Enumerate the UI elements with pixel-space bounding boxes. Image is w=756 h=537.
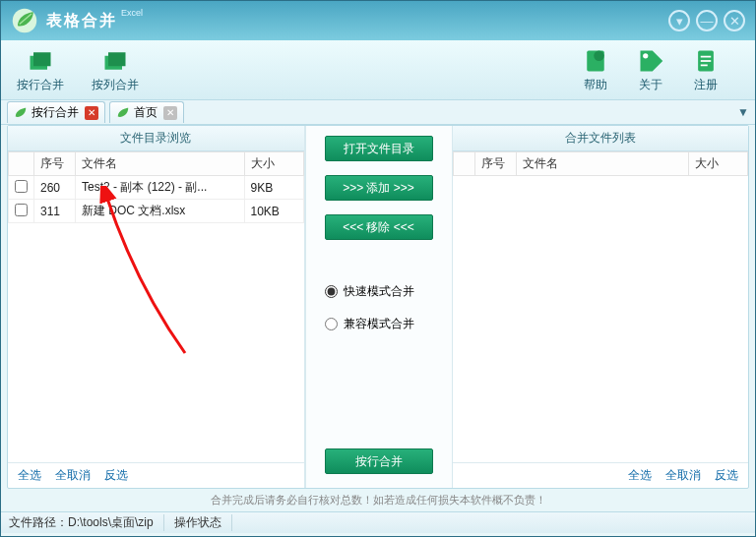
col-seq[interactable]: 序号 (34, 152, 76, 176)
svg-rect-2 (33, 52, 51, 66)
tab-close-icon[interactable]: ✕ (163, 106, 177, 120)
titlebar: 表格合并 Excel ▾ — ✕ (1, 1, 755, 40)
svg-point-6 (594, 50, 604, 61)
tabs-bar: 按行合并 ✕ 首页 ✕ ▼ (1, 99, 755, 125)
svg-rect-9 (701, 55, 712, 57)
radio-input[interactable] (325, 318, 338, 330)
col-seq[interactable]: 序号 (474, 152, 516, 176)
tab-label: 首页 (134, 104, 158, 121)
cell-filename: Test2 - 副本 (122) - 副... (76, 176, 245, 200)
radio-input[interactable] (325, 285, 338, 298)
tab-merge-rows[interactable]: 按行合并 ✕ (7, 101, 105, 123)
invert-link[interactable]: 反选 (715, 467, 738, 484)
help-button[interactable]: 帮助 (578, 45, 613, 95)
about-button[interactable]: 关于 (633, 45, 668, 95)
toolbar-label: 按列合并 (92, 77, 139, 93)
leaf-icon (14, 106, 28, 120)
row-checkbox[interactable] (15, 180, 28, 193)
add-button[interactable]: >>> 添加 >>> (325, 175, 433, 201)
compat-mode-radio[interactable]: 兼容模式合并 (325, 316, 414, 332)
cell-size: 9KB (244, 176, 303, 200)
help-icon (582, 47, 609, 75)
app-title: 表格合并 (46, 11, 117, 31)
left-pane: 文件目录浏览 序号 文件名 大小 260 Test2 - 副本 (122) - … (8, 126, 305, 488)
cell-seq: 260 (34, 176, 76, 200)
left-pane-title: 文件目录浏览 (8, 126, 304, 151)
register-button[interactable]: 注册 (688, 45, 724, 95)
stack-icon (27, 47, 54, 75)
merge-by-col-button[interactable]: 按列合并 (88, 45, 143, 95)
right-pane: 合并文件列表 序号 文件名 大小 全选 全取消 反选 (453, 126, 749, 488)
col-size[interactable]: 大小 (689, 152, 748, 176)
status-path: 文件路径：D:\tools\桌面\zip (9, 514, 164, 531)
close-button[interactable]: ✕ (724, 10, 745, 31)
minimize-button[interactable]: — (696, 10, 718, 31)
table-row[interactable]: 260 Test2 - 副本 (122) - 副... 9KB (9, 176, 304, 200)
tabs-dropdown-icon[interactable]: ▼ (737, 105, 749, 119)
right-pane-title: 合并文件列表 (453, 126, 749, 151)
merge-by-row-button[interactable]: 按行合并 (13, 45, 68, 95)
table-row[interactable]: 311 新建 DOC 文档.xlsx 10KB (9, 200, 304, 223)
tab-close-icon[interactable]: ✕ (85, 106, 98, 120)
cell-filename: 新建 DOC 文档.xlsx (76, 200, 245, 223)
left-grid[interactable]: 序号 文件名 大小 260 Test2 - 副本 (122) - 副... 9K… (8, 151, 304, 462)
main-toolbar: 按行合并 按列合并 帮助 关于 注册 (1, 40, 755, 99)
disclaimer-text: 合并完成后请务必自行核对总数！如若造成任何损失本软件概不负责！ (1, 489, 755, 511)
open-dir-button[interactable]: 打开文件目录 (325, 136, 433, 161)
stack-icon (101, 47, 129, 75)
toolbar-label: 注册 (694, 77, 718, 93)
fast-mode-radio[interactable]: 快速模式合并 (325, 283, 414, 300)
col-checkbox[interactable] (9, 152, 34, 176)
toolbar-label: 关于 (639, 77, 662, 93)
status-state: 操作状态 (174, 514, 232, 531)
select-all-link[interactable]: 全选 (18, 467, 41, 484)
svg-rect-10 (701, 60, 712, 62)
cell-size: 10KB (244, 200, 303, 223)
tag-icon (637, 47, 664, 75)
cell-seq: 311 (34, 200, 76, 223)
col-filename[interactable]: 文件名 (76, 152, 245, 176)
radio-label: 兼容模式合并 (344, 316, 414, 332)
remove-button[interactable]: <<< 移除 <<< (325, 214, 433, 240)
deselect-all-link[interactable]: 全取消 (55, 467, 91, 484)
row-checkbox[interactable] (15, 204, 28, 216)
app-logo-icon (11, 7, 38, 34)
status-bar: 文件路径：D:\tools\桌面\zip 操作状态 (1, 511, 755, 533)
svg-rect-4 (108, 52, 126, 66)
left-footer: 全选 全取消 反选 (8, 462, 304, 488)
toolbar-label: 帮助 (584, 77, 607, 93)
dropdown-button[interactable]: ▾ (668, 10, 690, 31)
mode-radio-group: 快速模式合并 兼容模式合并 (325, 283, 433, 332)
select-all-link[interactable]: 全选 (628, 467, 652, 484)
do-merge-button[interactable]: 按行合并 (325, 448, 433, 474)
leaf-icon (116, 106, 130, 120)
radio-label: 快速模式合并 (344, 283, 414, 300)
toolbar-label: 按行合并 (17, 77, 64, 93)
invert-link[interactable]: 反选 (104, 467, 128, 484)
col-checkbox[interactable] (453, 152, 474, 176)
right-grid[interactable]: 序号 文件名 大小 (453, 151, 749, 462)
window-controls: ▾ — ✕ (668, 10, 745, 31)
document-icon (692, 47, 720, 75)
right-footer: 全选 全取消 反选 (453, 462, 749, 488)
svg-point-7 (643, 53, 648, 58)
content-area: 文件目录浏览 序号 文件名 大小 260 Test2 - 副本 (122) - … (7, 125, 749, 489)
col-filename[interactable]: 文件名 (516, 152, 689, 176)
svg-rect-11 (701, 64, 708, 66)
col-size[interactable]: 大小 (244, 152, 303, 176)
tab-home[interactable]: 首页 ✕ (109, 101, 184, 123)
app-subtitle: Excel (121, 8, 143, 18)
app-window: 表格合并 Excel ▾ — ✕ 按行合并 按列合并 帮助 关于 (0, 0, 756, 537)
tab-label: 按行合并 (32, 104, 79, 121)
middle-controls: 打开文件目录 >>> 添加 >>> <<< 移除 <<< 快速模式合并 兼容模式… (305, 126, 453, 488)
deselect-all-link[interactable]: 全取消 (665, 467, 701, 484)
